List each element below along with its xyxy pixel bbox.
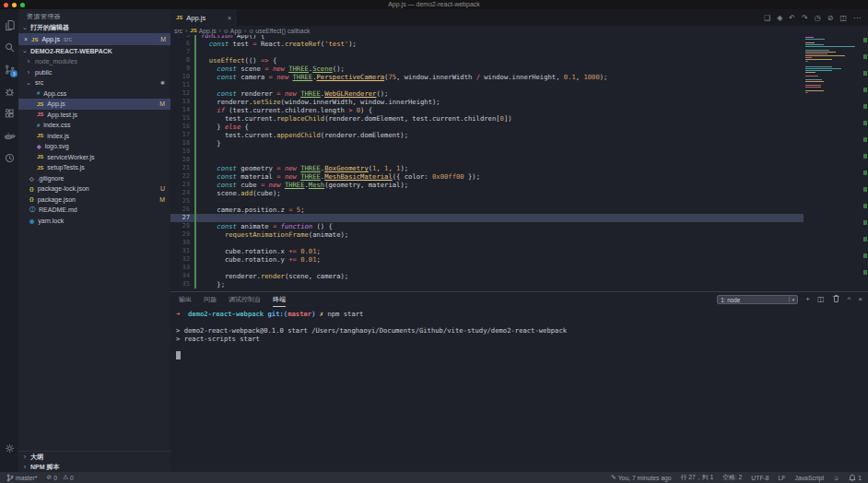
panel-tab-问题[interactable]: 问题 bbox=[204, 293, 217, 307]
code-line[interactable]: 29 requestAnimationFrame(animate); bbox=[170, 230, 803, 239]
file-tree-item[interactable]: ⌄src✱ bbox=[18, 77, 170, 88]
file-tree-item[interactable]: {}package.jsonM bbox=[18, 194, 170, 206]
code-line[interactable]: 12 const renderer = new THREE.WebGLRende… bbox=[170, 89, 803, 98]
manage-gear-icon[interactable] bbox=[1, 437, 18, 459]
search-icon[interactable] bbox=[1, 36, 18, 58]
kill-terminal-icon[interactable] bbox=[832, 294, 840, 305]
file-tree-item[interactable]: JSApp.jsM bbox=[18, 99, 170, 110]
terminal-select[interactable]: 1: node▾ bbox=[717, 295, 798, 304]
code-line[interactable]: 14 if (test.current.children.length > 0)… bbox=[170, 106, 803, 114]
panel-tab-输出[interactable]: 输出 bbox=[179, 293, 192, 307]
npm-scripts-section[interactable]: › NPM 脚本 bbox=[18, 462, 170, 472]
previous-change-icon[interactable]: ↶ bbox=[789, 14, 795, 22]
file-tree-item[interactable]: #index.css bbox=[18, 120, 170, 131]
code-line[interactable]: 30 bbox=[170, 239, 803, 247]
file-tree-item[interactable]: ›public bbox=[18, 67, 170, 78]
code-line[interactable]: 16 } else { bbox=[170, 123, 803, 131]
split-editor-icon[interactable]: ◫ bbox=[839, 14, 847, 22]
code-line[interactable]: 34 renderer.render(scene, camera); bbox=[170, 272, 803, 280]
file-tree-item[interactable]: ◉yarn.lock bbox=[18, 216, 170, 227]
code-line[interactable]: 23 const cube = new THREE.Mesh(geometry,… bbox=[170, 181, 803, 189]
close-editor-icon[interactable]: × bbox=[24, 36, 28, 42]
code-line[interactable]: 17 test.current.appendChild(renderer.dom… bbox=[170, 131, 803, 139]
more-actions-icon[interactable]: ⋯ bbox=[853, 14, 861, 22]
open-editor-item-appjs[interactable]: × JS App.js src M bbox=[18, 33, 170, 45]
breadcrumb-item[interactable]: src bbox=[174, 28, 182, 34]
minimap[interactable] bbox=[805, 37, 859, 94]
file-tree-item[interactable]: {}package-lock.jsonU bbox=[18, 183, 170, 194]
code-text: renderer.render(scene, camera); bbox=[196, 272, 348, 280]
code-line[interactable]: 25 bbox=[170, 197, 803, 206]
code-line[interactable]: 20 bbox=[170, 156, 803, 164]
toggle-blame-icon[interactable]: ⊘ bbox=[827, 14, 834, 22]
close-panel-icon[interactable]: × bbox=[858, 296, 862, 303]
breadcrumb-item[interactable]: ⊙App bbox=[224, 28, 241, 34]
code-line[interactable]: 8 useEffect(() => { bbox=[170, 56, 803, 65]
file-tree-item[interactable]: #App.css bbox=[18, 88, 170, 100]
file-tree-item[interactable]: JSsetupTests.js bbox=[18, 162, 170, 173]
maximize-panel-icon[interactable]: ^ bbox=[848, 296, 851, 303]
breadcrumb[interactable]: src›JSApp.js›⊙App›⊙useEffect() callback bbox=[170, 26, 868, 35]
file-tree-item[interactable]: JSApp.test.js bbox=[18, 110, 170, 121]
close-tab-icon[interactable]: × bbox=[228, 15, 231, 21]
panel-tab-调试控制台[interactable]: 调试控制台 bbox=[229, 293, 261, 307]
git-branch-status[interactable]: master* bbox=[6, 474, 37, 482]
code-line[interactable]: 35 }; bbox=[170, 280, 803, 289]
encoding-status[interactable]: UTF-8 bbox=[751, 475, 768, 481]
code-line[interactable]: 31 cube.rotation.x += 0.01; bbox=[170, 247, 803, 255]
history-extension-icon[interactable] bbox=[1, 147, 18, 169]
code-line[interactable]: 13 renderer.setSize(window.innerWidth, w… bbox=[170, 98, 803, 106]
code-editor[interactable]: 5function App() {6 const test = React.cr… bbox=[170, 35, 868, 291]
code-area[interactable]: 5function App() {6 const test = React.cr… bbox=[170, 35, 803, 291]
code-line[interactable]: 10 const camera = new THREE.PerspectiveC… bbox=[170, 73, 803, 81]
file-tree-item[interactable]: ⓘREADME.md bbox=[18, 205, 170, 216]
code-line[interactable]: 26 camera.position.z = 5; bbox=[170, 206, 803, 214]
cursor-position-status[interactable]: 行 27，列 1 bbox=[681, 473, 714, 482]
code-line[interactable]: 7 bbox=[170, 48, 803, 56]
code-line[interactable]: 32 cube.rotation.y += 0.01; bbox=[170, 255, 803, 264]
file-tree-item[interactable]: ◇.gitignore bbox=[18, 173, 170, 184]
outline-section[interactable]: › 大纲 bbox=[18, 452, 170, 462]
next-change-icon[interactable]: ↷ bbox=[802, 14, 808, 22]
code-line[interactable]: 15 test.current.replaceChild(renderer.do… bbox=[170, 114, 803, 123]
language-mode-status[interactable]: JavaScript bbox=[795, 475, 825, 481]
code-line[interactable]: 24 scene.add(cube); bbox=[170, 189, 803, 197]
code-line[interactable]: 33 bbox=[170, 264, 803, 272]
breadcrumb-item[interactable]: JSApp.js bbox=[190, 28, 216, 34]
project-root-folder[interactable]: ⌄ DEMO2-REACT-WEBPACK bbox=[18, 45, 170, 56]
code-line[interactable]: 18 } bbox=[170, 139, 803, 147]
code-line[interactable]: 27 bbox=[170, 214, 803, 222]
compare-changes-icon[interactable]: ❏ bbox=[764, 14, 770, 22]
new-terminal-icon[interactable]: + bbox=[805, 296, 810, 303]
feedback-smiley-icon[interactable]: ☺ bbox=[833, 475, 839, 481]
docker-icon[interactable] bbox=[1, 124, 18, 147]
code-line[interactable]: 22 const material = new THREE.MeshBasicM… bbox=[170, 172, 803, 181]
code-line[interactable]: 21 const geometry = new THREE.BoxGeometr… bbox=[170, 164, 803, 172]
extensions-icon[interactable] bbox=[1, 102, 18, 124]
gitlens-blame-status[interactable]: ✎ You, 7 minutes ago bbox=[611, 474, 672, 481]
code-line[interactable]: 28 const animate = function () { bbox=[170, 222, 803, 230]
panel-tab-终端[interactable]: 终端 bbox=[273, 293, 286, 307]
breadcrumb-item[interactable]: ⊙useEffect() callback bbox=[249, 28, 310, 34]
file-tree-item[interactable]: ◈logo.svg bbox=[18, 141, 170, 152]
source-control-icon[interactable]: 3 bbox=[1, 58, 18, 80]
code-line[interactable]: 9 const scene = new THREE.Scene(); bbox=[170, 65, 803, 73]
gitlens-icon[interactable]: ◈ bbox=[777, 14, 782, 22]
code-line[interactable]: 11 bbox=[170, 81, 803, 89]
file-tree-item[interactable]: JSindex.js bbox=[18, 131, 170, 142]
eol-status[interactable]: LF bbox=[779, 475, 786, 481]
debug-icon[interactable] bbox=[1, 80, 18, 102]
open-editors-section[interactable]: ⌄ 打开的编辑器 bbox=[18, 22, 170, 33]
explorer-icon[interactable] bbox=[1, 14, 18, 36]
split-terminal-icon[interactable]: ◫ bbox=[817, 296, 825, 303]
code-line[interactable]: 19 bbox=[170, 147, 803, 156]
code-line[interactable]: 6 const test = React.createRef('test'); bbox=[170, 40, 803, 48]
file-tree-item[interactable]: JSserviceWorker.js bbox=[18, 152, 170, 163]
tab-appjs[interactable]: JS App.js × bbox=[170, 9, 237, 26]
terminal[interactable]: ➜ demo2-react-webpack git:(master) ✗ npm… bbox=[170, 307, 868, 472]
indentation-status[interactable]: 空格: 2 bbox=[722, 473, 742, 482]
problems-status[interactable]: ⊘0 ⚠0 bbox=[46, 474, 73, 481]
file-tree-item[interactable]: ›node_modules bbox=[18, 56, 170, 67]
file-history-icon[interactable]: ◷ bbox=[815, 14, 821, 22]
notifications-bell[interactable]: 1 bbox=[849, 474, 862, 482]
